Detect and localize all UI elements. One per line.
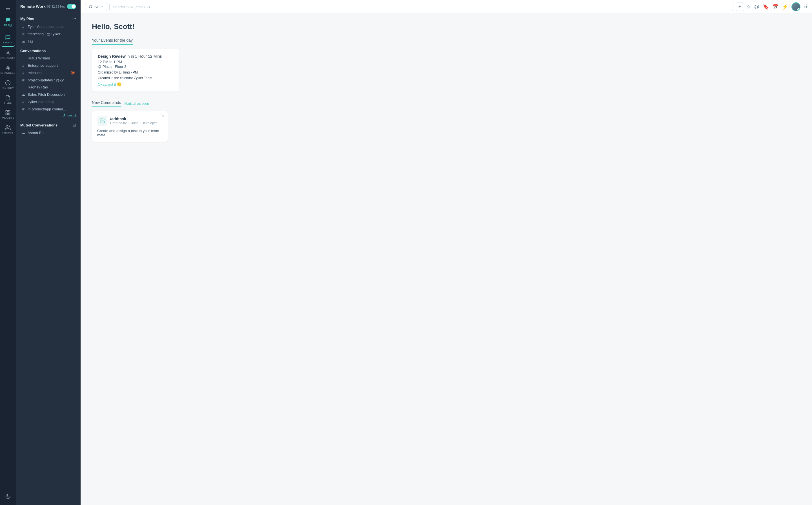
commands-title: New Commands (92, 100, 121, 107)
search-area: All + (85, 3, 744, 11)
nav-widgets[interactable]: WIDGETS (1, 108, 15, 121)
timer-area: 08:32:53 Hrs (47, 4, 76, 9)
main-content: Hello, Scott! Your Events for the day De… (80, 14, 812, 505)
svg-rect-10 (8, 111, 10, 112)
conv-product-app[interactable]: # In product/app conten... (17, 105, 79, 113)
show-all-btn[interactable]: Show all (16, 113, 80, 119)
conv-project-updates[interactable]: # project-updates : @Zy... (17, 76, 79, 83)
user-avatar[interactable] (791, 2, 800, 11)
svg-line-15 (92, 8, 93, 8)
svg-point-3 (7, 51, 9, 53)
nav-channels[interactable]: CHANNELS (1, 63, 15, 76)
command-card: × /addtask Created by Li Jung - Develope… (92, 111, 168, 142)
event-location: @ Plaza - Floor 3 (98, 64, 173, 69)
muted-filter-icon[interactable]: ⊟ (73, 123, 76, 127)
svg-line-6 (7, 66, 8, 70)
command-description: Create and assign a task to your team ma… (97, 129, 163, 137)
command-name: /addtask (110, 117, 157, 121)
hash-icon: # (21, 24, 25, 29)
greeting-text: Hello, Scott! (92, 22, 801, 31)
timer-display: 08:32:53 Hrs (47, 5, 65, 8)
svg-rect-11 (8, 113, 10, 115)
at-icon[interactable]: @ (754, 4, 759, 10)
pin-zyler-announcements[interactable]: # Zyler-Announcements (17, 23, 79, 30)
nav-contacts[interactable]: CONTACTS (1, 48, 15, 62)
hash-icon: # (21, 31, 25, 36)
search-input[interactable] (109, 3, 733, 11)
event-card: Design Review in in 1 Hour 52 Mins 12 PM… (92, 49, 179, 92)
nav-files[interactable]: FILES (1, 93, 15, 107)
cloud-icon: ☁ (21, 92, 25, 97)
main-area: All + ☆ @ 🔖 📅 ⚡ ⠿ Hello, Scott! Your Eve… (80, 0, 812, 505)
star-icon[interactable]: ☆ (746, 4, 751, 10)
svg-line-7 (8, 66, 9, 70)
work-timer-toggle[interactable] (67, 4, 76, 9)
sidebar: Remote Work 08:32:53 Hrs My Pins ··· # Z… (16, 0, 80, 505)
topbar: All + ☆ @ 🔖 📅 ⚡ ⠿ (80, 0, 812, 14)
icon-nav: Cliq CHATS CONTACTS CHANNELS HISTORY FIL… (0, 0, 16, 505)
hash-icon: # (21, 63, 25, 67)
event-calendar: Created in the calendar Zylker Team (98, 76, 173, 80)
svg-rect-12 (6, 113, 8, 115)
bookmark-icon[interactable]: 🔖 (763, 4, 769, 10)
conv-rufus-william[interactable]: Rufus William (17, 55, 79, 62)
svg-point-14 (89, 5, 92, 8)
commands-section: New Commands Mark all as seen (92, 100, 801, 107)
online-status-indicator (797, 8, 800, 11)
flash-icon[interactable]: ⚡ (782, 4, 788, 10)
hash-icon: # (21, 100, 25, 104)
hash-icon: # (21, 107, 25, 111)
app-name-label: Cliq (4, 23, 12, 27)
cloud-icon: ☁ (21, 39, 25, 43)
workspace-name: Remote Work (20, 4, 46, 9)
svg-point-13 (6, 126, 8, 128)
search-icon (89, 5, 93, 9)
conv-releases[interactable]: # releases 🔕 (17, 69, 79, 76)
topbar-right: ☆ @ 🔖 📅 ⚡ ⠿ (746, 2, 808, 11)
muted-asana-bot[interactable]: ☁ Asana Bot (17, 129, 79, 136)
search-filter-dropdown[interactable]: All (85, 3, 107, 11)
conv-sales-pitch[interactable]: ☁ Sales Pitch Discussion (17, 91, 79, 98)
command-author: Created by Li Jung - Developer (110, 121, 157, 125)
chevron-down-icon (100, 5, 104, 8)
command-header: /addtask Created by Li Jung - Developer (97, 116, 163, 126)
command-card-close-btn[interactable]: × (162, 114, 164, 119)
cloud-icon: ☁ (21, 130, 25, 135)
conv-zylker-marketing[interactable]: # zylker-marketing (17, 98, 79, 105)
pin-taz[interactable]: ☁ Taz (17, 37, 79, 45)
my-pins-section: My Pins ··· (16, 12, 80, 23)
svg-rect-9 (6, 111, 8, 112)
app-logo: Cliq (1, 15, 15, 29)
hash-icon: # (21, 70, 25, 75)
hash-icon: # (21, 78, 25, 82)
events-section-label: Your Events for the day (92, 38, 133, 45)
command-icon (97, 116, 107, 126)
pin-marketing[interactable]: # marketing : @Zylker ... (17, 30, 79, 37)
nav-history[interactable]: HISTORY (1, 78, 15, 92)
add-conversation-btn[interactable]: + (736, 3, 744, 11)
event-time: 12 PM to 1 PM (98, 60, 173, 64)
apps-grid-icon[interactable]: ⠿ (804, 4, 808, 10)
calendar-icon[interactable]: 📅 (772, 4, 779, 10)
sidebar-header: Remote Work 08:32:53 Hrs (16, 0, 80, 12)
nav-chats[interactable]: CHATS (1, 32, 15, 47)
mute-bell-icon: 🔕 (71, 71, 75, 74)
conv-enterprise-support[interactable]: # Enterprise-support (17, 62, 79, 69)
event-title: Design Review in in 1 Hour 52 Mins (98, 54, 173, 58)
conversations-section: Conversations (16, 45, 80, 55)
event-organizer: Organized by Li Jung - PM (98, 70, 173, 74)
nav-menu[interactable] (1, 3, 15, 13)
mark-all-btn[interactable]: Mark all as seen (124, 102, 149, 106)
event-response: Okay, got it 🙂 (98, 82, 173, 87)
conv-raghav-rao[interactable]: Raghav Rao (17, 83, 79, 91)
theme-toggle-btn[interactable] (1, 492, 15, 502)
my-pins-menu-btn[interactable]: ··· (72, 16, 76, 21)
nav-people[interactable]: PEOPLE (1, 123, 15, 136)
muted-section: Muted Conversations ⊟ (16, 119, 80, 129)
